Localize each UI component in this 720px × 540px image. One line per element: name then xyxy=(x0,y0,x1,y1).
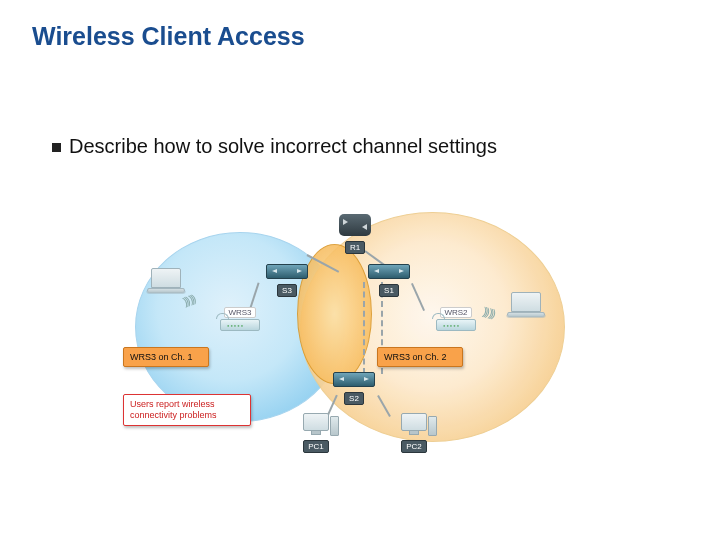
switch-icon xyxy=(333,372,375,387)
switch-label: S1 xyxy=(379,284,399,297)
switch-s1: S1 xyxy=(365,264,413,297)
monitor-stand-icon xyxy=(409,430,419,435)
pc2: PC2 xyxy=(393,413,435,453)
laptop-keyboard-icon xyxy=(506,312,547,318)
laptop-right xyxy=(505,292,547,318)
ap-label: WRS3 xyxy=(224,307,255,318)
laptop-icon xyxy=(511,292,541,312)
callout-channel-1: WRS3 on Ch. 1 xyxy=(123,347,209,367)
pc-label: PC2 xyxy=(401,440,427,453)
switch-s2: S2 xyxy=(330,372,378,405)
laptop-icon xyxy=(151,268,181,288)
router-icon xyxy=(339,214,371,236)
ap-wrs2: WRS2 ●●●●● xyxy=(431,306,481,331)
switch-label: S2 xyxy=(344,392,364,405)
pc-label: PC1 xyxy=(303,440,329,453)
router-r1: R1 xyxy=(335,214,375,254)
ap-icon: ●●●●● xyxy=(220,319,260,331)
switch-label: S3 xyxy=(277,284,297,297)
monitor-icon xyxy=(401,413,427,431)
callout-channel-2: WRS3 on Ch. 2 xyxy=(377,347,463,367)
bullet-item: Describe how to solve incorrect channel … xyxy=(52,135,497,158)
switch-icon xyxy=(368,264,410,279)
monitor-stand-icon xyxy=(311,430,321,435)
ap-wrs3: WRS3 ●●●●● xyxy=(215,306,265,331)
network-diagram: ))) ))) ))) ))) R1 S3 S1 S2 WRS3 ●●●●● W… xyxy=(135,222,585,452)
monitor-icon xyxy=(303,413,329,431)
laptop-keyboard-icon xyxy=(146,288,187,294)
pc1: PC1 xyxy=(295,413,337,453)
bullet-text: Describe how to solve incorrect channel … xyxy=(69,135,497,157)
tower-icon xyxy=(428,416,437,436)
switch-s3: S3 xyxy=(263,264,311,297)
ap-icon: ●●●●● xyxy=(436,319,476,331)
ap-label: WRS2 xyxy=(440,307,471,318)
switch-icon xyxy=(266,264,308,279)
router-label: R1 xyxy=(345,241,365,254)
tower-icon xyxy=(330,416,339,436)
callout-issue: Users report wireless connectivity probl… xyxy=(123,394,251,426)
laptop-left xyxy=(145,268,187,294)
bullet-icon xyxy=(52,143,61,152)
slide-title: Wireless Client Access xyxy=(32,22,305,51)
